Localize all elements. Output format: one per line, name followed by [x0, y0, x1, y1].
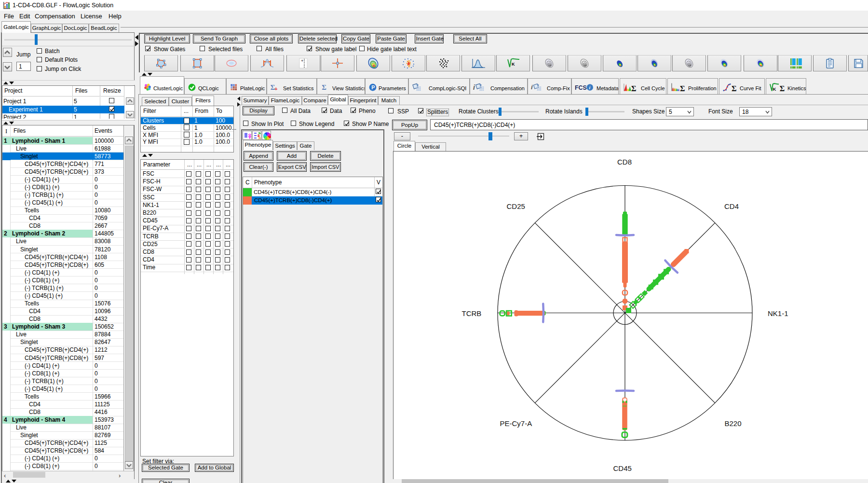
svg-text:Σ: Σ: [780, 84, 785, 93]
svg-text:Σ: Σ: [732, 84, 737, 93]
svg-text:K: K: [512, 62, 515, 67]
svg-text:FCS: FCS: [575, 84, 587, 91]
svg-text:Σ: Σ: [680, 84, 685, 93]
svg-text:P: P: [371, 84, 375, 90]
svg-text:+: +: [301, 58, 303, 63]
svg-text:Σ: Σ: [631, 84, 637, 93]
svg-text:i: i: [473, 83, 475, 91]
svg-text:K: K: [773, 86, 776, 92]
svg-text:i: i: [589, 85, 590, 90]
svg-text:i: i: [531, 84, 533, 91]
svg-text:+: +: [274, 86, 278, 92]
svg-text:Σ: Σ: [322, 83, 326, 91]
